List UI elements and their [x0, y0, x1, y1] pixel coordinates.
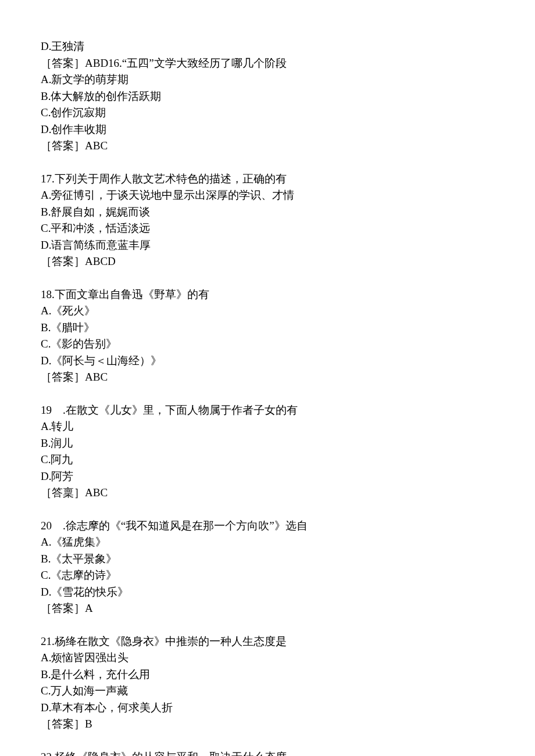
text-line: D.草木有本心，何求美人折	[41, 700, 494, 716]
text-line: C.《志摩的诗》	[41, 567, 494, 584]
text-line: ［答案］ABCD	[41, 253, 494, 270]
text-line: ［答案］ABC	[41, 138, 494, 155]
text-line: ［答稟］ABC	[41, 485, 494, 501]
text-line: 18.下面文章出自鲁迅《野草》的有	[41, 286, 494, 303]
text-line: ［答案］ABD16.“五四”文学大致经历了哪几个阶段	[41, 55, 494, 72]
question-block: 19 .在散文《儿女》里，下面人物属于作者子女的有A.转儿B.润儿C.阿九D.阿…	[41, 402, 494, 501]
text-line: C.《影的告别》	[41, 336, 494, 353]
text-line: B.是什么料，充什么用	[41, 667, 494, 683]
text-line: C.阿九	[41, 452, 494, 468]
text-line: C.创作沉寂期	[41, 105, 494, 121]
question-block: 17.下列关于周作人散文艺术特色的描述，正确的有A.旁征博引，于谈天说地中显示出…	[41, 171, 494, 270]
text-line: A.《死火》	[41, 303, 494, 320]
text-line: A.《猛虎集》	[41, 534, 494, 551]
text-line: A.烦恼皆因强出头	[41, 650, 494, 667]
text-line: B.《腊叶》	[41, 320, 494, 336]
text-line: D.王独清	[41, 38, 494, 55]
text-line: D.语言简练而意蓝丰厚	[41, 237, 494, 254]
text-line: D.创作丰收期	[41, 121, 494, 138]
text-line: D.《阿长与＜山海经）》	[41, 353, 494, 370]
text-line: B.舒展自如，娓娓而谈	[41, 204, 494, 221]
question-block: 22.杨绛《隐身衣》的从容与平和，取决于什么态度A.是什么料，充什么用B.不甘心…	[41, 749, 494, 757]
text-line: C.万人如海一声藏	[41, 683, 494, 700]
text-line: A.转儿	[41, 418, 494, 435]
question-block: 20 .徐志摩的《“我不知道风是在那一个方向吹”》选自A.《猛虎集》B.《太平景…	[41, 518, 494, 617]
text-line: ［答案］B	[41, 716, 494, 733]
text-line: D.阿芳	[41, 468, 494, 485]
text-line: B.润儿	[41, 435, 494, 452]
text-line: A.新文学的萌芽期	[41, 71, 494, 88]
question-block: D.王独清［答案］ABD16.“五四”文学大致经历了哪几个阶段A.新文学的萌芽期…	[41, 38, 494, 155]
text-line: A.旁征博引，于谈天说地中显示出深厚的学识、才情	[41, 187, 494, 204]
text-line: 22.杨绛《隐身衣》的从容与平和，取决于什么态度	[41, 749, 494, 757]
text-line: B.体大解放的创作活跃期	[41, 88, 494, 105]
text-line: 19 .在散文《儿女》里，下面人物属于作者子女的有	[41, 402, 494, 419]
text-line: 20 .徐志摩的《“我不知道风是在那一个方向吹”》选自	[41, 518, 494, 535]
text-line: B.《太平景象》	[41, 551, 494, 568]
text-line: ［答案］A	[41, 600, 494, 617]
question-block: 18.下面文章出自鲁迅《野草》的有A.《死火》B.《腊叶》C.《影的告别》D.《…	[41, 286, 494, 386]
text-line: D.《雪花的快乐》	[41, 584, 494, 601]
text-line: ［答案］ABC	[41, 369, 494, 386]
text-line: C.平和冲淡，恬适淡远	[41, 220, 494, 237]
text-line: 21.杨绛在散文《隐身衣》中推崇的一种人生态度是	[41, 633, 494, 650]
question-block: 21.杨绛在散文《隐身衣》中推崇的一种人生态度是A.烦恼皆因强出头B.是什么料，…	[41, 633, 494, 733]
text-line: 17.下列关于周作人散文艺术特色的描述，正确的有	[41, 171, 494, 188]
